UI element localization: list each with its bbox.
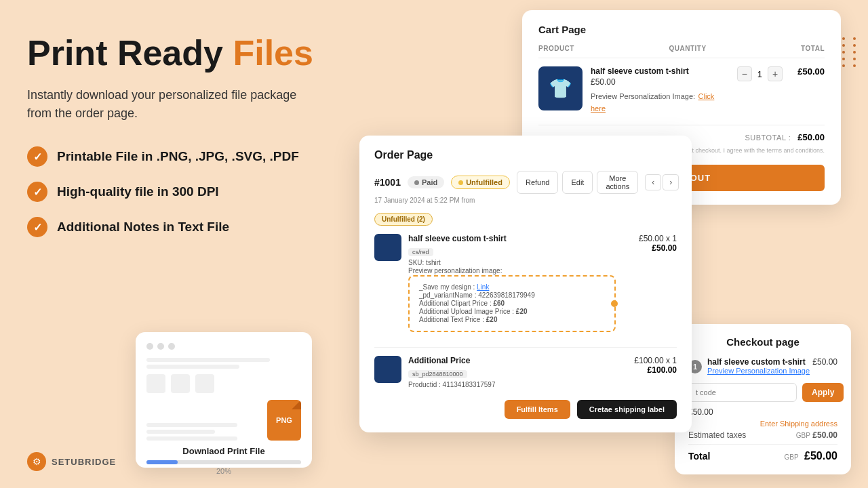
logo-icon: ⚙ [27,452,46,471]
save-design-link[interactable]: Link [477,283,489,291]
checkout-subtotal-value: £50.00 [688,407,713,417]
order-item-2-row: Additional Price sb_pd2848810000 Product… [374,356,677,389]
dot-red [146,343,153,350]
checkout-item-name: half sleeve custom t-shirt [707,357,810,367]
cart-product-price: £50.00 [591,77,729,87]
feature-label-1: Printable File in .PNG, .JPG, .SVG, .PDF [57,149,299,164]
tax-currency: GBP [796,432,810,439]
cart-header-total: TOTAL [801,45,825,52]
order-item-2-total: £100.00 [623,365,677,375]
checkout-subtotal-row: £50.00 [688,407,837,417]
png-file-icon: PNG [267,400,301,441]
order-item-2-variant: sb_pd2848810000 [408,370,467,378]
feature-label-2: High-quality file in 300 DPI [57,184,219,199]
feature-item-2: High-quality file in 300 DPI [27,182,366,202]
order-prev-button[interactable]: ‹ [645,174,661,190]
order-item-1-info: half sleeve custom t-shirt cs/red SKU: t… [408,234,616,339]
cart-preview-text: Preview Personalization Image: Click her… [591,89,729,114]
tax-value: £50.00 [812,430,837,440]
order-item-2-pricing: £100.00 x 1 £100.00 [623,356,677,375]
checkout-preview-link[interactable]: Preview Personalization Image [707,367,810,375]
cart-product-info: half sleeve custom t-shirt £50.00 Previe… [591,66,729,114]
file-line-2 [146,365,239,369]
order-item-1-upload: Additional Upload Image Price : £20 [419,308,605,315]
cart-title: Cart Page [538,24,825,35]
discount-code-input[interactable] [688,383,797,402]
file-line-4 [146,430,215,434]
order-item-1-preview: Preview personalization image: [408,267,616,274]
file-placeholder-3 [195,374,214,393]
order-action-buttons: Refund Edit More actions [517,171,638,194]
order-item-1-name: half sleeve custom t-shirt [408,234,616,243]
badge-paid-label: Paid [422,178,437,186]
file-line-3 [146,423,237,427]
progress-bar-fill [146,460,178,464]
subtotal-value: £50.00 [797,132,825,142]
order-nav-buttons: ‹ › [645,174,679,190]
order-item-1-variant: cs/red [408,248,433,256]
order-number: #1001 [374,177,401,188]
cart-header: PRODUCT QUANTITY TOTAL [538,45,825,58]
qty-decrease-button[interactable]: − [737,66,752,81]
badge-unfulfilled-label: Unfulfilled [466,178,502,186]
subtotal-label: SUBTOTAL : [745,134,791,142]
main-title: Print Ready Files [27,34,366,73]
cart-header-quantity: QUANTITY [669,45,706,52]
order-item-1-pricing: £50.00 x 1 £50.00 [623,234,677,253]
title-plain: Print Ready [27,33,233,73]
check-icon-2 [27,182,47,202]
refund-button[interactable]: Refund [517,171,558,194]
checkout-total-currency: GBP [784,453,798,461]
order-item-1-image [374,234,401,261]
tax-label: Estimated taxes [688,430,746,440]
order-card: Order Page #1001 Paid Unfulfilled Refund… [359,136,692,432]
check-icon-1 [27,146,47,167]
save-design-label: _Save my design : [419,283,475,291]
dot-yellow [157,343,164,350]
order-next-button[interactable]: › [663,174,679,190]
feature-item-3: Additional Notes in Text File [27,217,366,237]
tax-amount: GBP £50.00 [796,430,837,440]
edit-button[interactable]: Edit [562,171,593,194]
file-line-5 [146,436,237,441]
shipping-note: Enter Shipping address [688,420,837,428]
download-card: PNG Downlaod Print File 20% [136,332,312,468]
checkout-title: Checkout page [688,336,837,348]
fulfill-items-button[interactable]: Fulfill Items [505,400,570,419]
unfulfilled-dot [458,180,463,185]
order-item-1-variantname: _pd_variantName : 422639818179949 [419,291,605,299]
logo-text: SETUBRIDGE [52,457,116,467]
order-header-row: #1001 Paid Unfulfilled Refund Edit More … [374,171,677,194]
checkout-total-row: Total GBP £50.00 [688,444,837,462]
order-footer-buttons: Fulfill Items Cretae shipping label [374,392,677,419]
cart-quantity-control[interactable]: − 1 + [737,66,783,81]
check-icon-3 [27,217,47,237]
logo-area: ⚙ SETUBRIDGE [27,452,116,471]
file-lines-top [146,358,301,369]
left-section: Print Ready Files Instantly download you… [27,34,366,258]
order-item-2-image [374,356,401,383]
order-item-2-name: Additional Price [408,356,616,365]
order-item-1-clipart: Additional Clipart Price : £60 [419,300,605,307]
checkout-step: 1 half sleeve custom t-shirt Preview Per… [688,357,837,376]
apply-button[interactable]: Apply [802,383,844,402]
checkout-tax-row: Estimated taxes GBP £50.00 [688,430,837,440]
file-placeholder-1 [146,374,165,393]
checkout-item-price: £50.00 [812,357,837,367]
feature-list: Printable File in .PNG, .JPG, .SVG, .PDF… [27,146,366,237]
order-item-1-total: £50.00 [623,243,677,253]
png-label: PNG [276,416,292,424]
cart-header-product: PRODUCT [538,45,574,52]
subtitle: Instantly download your personalized fil… [27,86,298,123]
title-highlight: Files [233,33,313,73]
more-actions-button[interactable]: More actions [597,171,638,194]
order-item-1-save: _Save my design : Link [419,283,605,291]
badge-unfulfilled: Unfulfilled [451,176,510,189]
unfulfilled-count-badge: Unfulfilled (2) [374,213,433,226]
feature-item-1: Printable File in .PNG, .JPG, .SVG, .PDF [27,146,366,167]
checkout-card: Checkout page 1 half sleeve custom t-shi… [675,324,851,474]
order-title: Order Page [374,149,677,161]
qty-increase-button[interactable]: + [768,66,783,81]
dashed-dot-right [611,300,618,307]
create-shipping-button[interactable]: Cretae shipping label [577,400,677,419]
